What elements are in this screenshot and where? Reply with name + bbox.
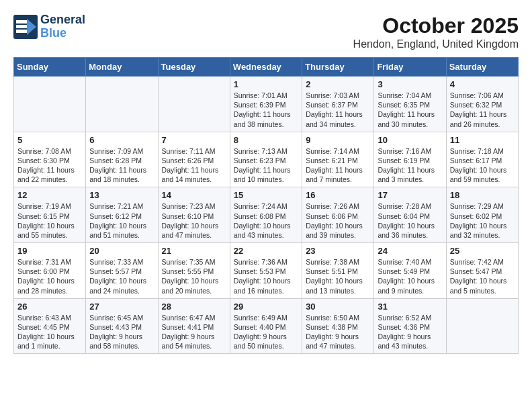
day-info: Sunrise: 7:14 AM Sunset: 6:21 PM Dayligh… bbox=[306, 146, 370, 185]
calendar-cell: 17Sunrise: 7:28 AM Sunset: 6:04 PM Dayli… bbox=[374, 187, 446, 243]
logo-general: General bbox=[40, 13, 85, 27]
weekday-header-row: SundayMondayTuesdayWednesdayThursdayFrid… bbox=[14, 58, 519, 77]
day-number: 24 bbox=[378, 246, 442, 256]
day-number: 14 bbox=[162, 190, 226, 200]
svg-rect-3 bbox=[16, 25, 27, 28]
day-info: Sunrise: 7:11 AM Sunset: 6:26 PM Dayligh… bbox=[162, 146, 226, 185]
calendar-cell: 29Sunrise: 6:49 AM Sunset: 4:40 PM Dayli… bbox=[230, 298, 302, 354]
calendar-cell: 31Sunrise: 6:52 AM Sunset: 4:36 PM Dayli… bbox=[374, 298, 446, 354]
weekday-header: Monday bbox=[86, 58, 158, 77]
logo: General Blue bbox=[13, 13, 85, 40]
day-number: 25 bbox=[450, 246, 515, 256]
calendar-table: SundayMondayTuesdayWednesdayThursdayFrid… bbox=[13, 57, 519, 354]
day-number: 2 bbox=[306, 79, 370, 89]
day-info: Sunrise: 7:04 AM Sunset: 6:35 PM Dayligh… bbox=[378, 91, 442, 129]
calendar-cell: 23Sunrise: 7:38 AM Sunset: 5:51 PM Dayli… bbox=[302, 243, 374, 299]
calendar-cell: 25Sunrise: 7:42 AM Sunset: 5:47 PM Dayli… bbox=[446, 243, 518, 299]
day-info: Sunrise: 7:35 AM Sunset: 5:55 PM Dayligh… bbox=[162, 257, 226, 295]
calendar-cell: 8Sunrise: 7:13 AM Sunset: 6:23 PM Daylig… bbox=[230, 132, 302, 187]
weekday-header: Friday bbox=[374, 58, 446, 77]
day-info: Sunrise: 7:36 AM Sunset: 5:53 PM Dayligh… bbox=[234, 257, 298, 295]
day-info: Sunrise: 7:09 AM Sunset: 6:28 PM Dayligh… bbox=[89, 146, 154, 185]
day-info: Sunrise: 6:47 AM Sunset: 4:41 PM Dayligh… bbox=[162, 313, 226, 351]
day-info: Sunrise: 7:28 AM Sunset: 6:04 PM Dayligh… bbox=[378, 201, 442, 240]
day-info: Sunrise: 7:26 AM Sunset: 6:06 PM Dayligh… bbox=[306, 201, 370, 240]
calendar-cell: 10Sunrise: 7:16 AM Sunset: 6:19 PM Dayli… bbox=[374, 132, 446, 187]
weekday-header: Sunday bbox=[14, 58, 86, 77]
day-number: 20 bbox=[89, 246, 154, 256]
weekday-header: Saturday bbox=[446, 58, 518, 77]
day-number: 8 bbox=[234, 135, 298, 145]
calendar-cell bbox=[14, 77, 86, 132]
day-number: 9 bbox=[306, 135, 370, 145]
day-info: Sunrise: 7:31 AM Sunset: 6:00 PM Dayligh… bbox=[17, 257, 82, 295]
weekday-header: Thursday bbox=[302, 58, 374, 77]
title-block: October 2025 Hendon, England, United Kin… bbox=[353, 13, 519, 50]
day-number: 29 bbox=[234, 302, 298, 312]
weekday-header: Tuesday bbox=[158, 58, 230, 77]
day-number: 16 bbox=[306, 190, 370, 200]
day-number: 17 bbox=[378, 190, 442, 200]
day-number: 15 bbox=[234, 190, 298, 200]
calendar-cell: 1Sunrise: 7:01 AM Sunset: 6:39 PM Daylig… bbox=[230, 77, 302, 132]
logo-blue: Blue bbox=[40, 27, 85, 40]
calendar-week-row: 19Sunrise: 7:31 AM Sunset: 6:00 PM Dayli… bbox=[14, 243, 519, 299]
day-info: Sunrise: 7:03 AM Sunset: 6:37 PM Dayligh… bbox=[306, 91, 370, 129]
calendar-cell: 22Sunrise: 7:36 AM Sunset: 5:53 PM Dayli… bbox=[230, 243, 302, 299]
day-number: 10 bbox=[378, 135, 442, 145]
calendar-week-row: 1Sunrise: 7:01 AM Sunset: 6:39 PM Daylig… bbox=[14, 77, 519, 132]
calendar-cell: 12Sunrise: 7:19 AM Sunset: 6:15 PM Dayli… bbox=[14, 187, 86, 243]
day-info: Sunrise: 7:42 AM Sunset: 5:47 PM Dayligh… bbox=[450, 257, 515, 295]
day-info: Sunrise: 6:45 AM Sunset: 4:43 PM Dayligh… bbox=[89, 313, 154, 351]
calendar-cell: 6Sunrise: 7:09 AM Sunset: 6:28 PM Daylig… bbox=[86, 132, 158, 187]
calendar-cell: 3Sunrise: 7:04 AM Sunset: 6:35 PM Daylig… bbox=[374, 77, 446, 132]
day-info: Sunrise: 7:01 AM Sunset: 6:39 PM Dayligh… bbox=[234, 91, 298, 129]
day-number: 19 bbox=[17, 246, 82, 256]
svg-rect-4 bbox=[16, 30, 27, 33]
day-info: Sunrise: 7:08 AM Sunset: 6:30 PM Dayligh… bbox=[17, 146, 82, 185]
day-number: 12 bbox=[17, 190, 82, 200]
day-info: Sunrise: 7:33 AM Sunset: 5:57 PM Dayligh… bbox=[89, 257, 154, 295]
calendar-cell: 7Sunrise: 7:11 AM Sunset: 6:26 PM Daylig… bbox=[158, 132, 230, 187]
calendar-cell: 2Sunrise: 7:03 AM Sunset: 6:37 PM Daylig… bbox=[302, 77, 374, 132]
location: Hendon, England, United Kingdom bbox=[353, 38, 519, 50]
day-info: Sunrise: 7:18 AM Sunset: 6:17 PM Dayligh… bbox=[450, 146, 515, 185]
day-info: Sunrise: 7:21 AM Sunset: 6:12 PM Dayligh… bbox=[89, 201, 154, 240]
day-number: 4 bbox=[450, 79, 515, 89]
day-number: 5 bbox=[17, 135, 82, 145]
day-number: 13 bbox=[89, 190, 154, 200]
svg-rect-2 bbox=[16, 20, 27, 24]
calendar-cell: 16Sunrise: 7:26 AM Sunset: 6:06 PM Dayli… bbox=[302, 187, 374, 243]
calendar-cell bbox=[158, 77, 230, 132]
day-number: 7 bbox=[162, 135, 226, 145]
logo-icon bbox=[13, 15, 38, 39]
calendar-cell: 15Sunrise: 7:24 AM Sunset: 6:08 PM Dayli… bbox=[230, 187, 302, 243]
day-info: Sunrise: 7:38 AM Sunset: 5:51 PM Dayligh… bbox=[306, 257, 370, 295]
calendar-cell: 24Sunrise: 7:40 AM Sunset: 5:49 PM Dayli… bbox=[374, 243, 446, 299]
day-info: Sunrise: 7:16 AM Sunset: 6:19 PM Dayligh… bbox=[378, 146, 442, 185]
calendar-cell: 5Sunrise: 7:08 AM Sunset: 6:30 PM Daylig… bbox=[14, 132, 86, 187]
calendar-cell: 9Sunrise: 7:14 AM Sunset: 6:21 PM Daylig… bbox=[302, 132, 374, 187]
day-number: 11 bbox=[450, 135, 515, 145]
calendar-cell: 11Sunrise: 7:18 AM Sunset: 6:17 PM Dayli… bbox=[446, 132, 518, 187]
calendar-cell: 18Sunrise: 7:29 AM Sunset: 6:02 PM Dayli… bbox=[446, 187, 518, 243]
day-number: 21 bbox=[162, 246, 226, 256]
day-number: 31 bbox=[378, 302, 442, 312]
calendar-cell: 21Sunrise: 7:35 AM Sunset: 5:55 PM Dayli… bbox=[158, 243, 230, 299]
day-number: 28 bbox=[162, 302, 226, 312]
day-info: Sunrise: 6:52 AM Sunset: 4:36 PM Dayligh… bbox=[378, 313, 442, 351]
calendar-cell: 14Sunrise: 7:23 AM Sunset: 6:10 PM Dayli… bbox=[158, 187, 230, 243]
day-info: Sunrise: 7:23 AM Sunset: 6:10 PM Dayligh… bbox=[162, 201, 226, 240]
day-number: 3 bbox=[378, 79, 442, 89]
day-number: 18 bbox=[450, 190, 515, 200]
day-number: 1 bbox=[234, 79, 298, 89]
day-number: 6 bbox=[89, 135, 154, 145]
calendar-cell bbox=[446, 298, 518, 354]
day-info: Sunrise: 6:43 AM Sunset: 4:45 PM Dayligh… bbox=[17, 313, 82, 351]
calendar-cell: 20Sunrise: 7:33 AM Sunset: 5:57 PM Dayli… bbox=[86, 243, 158, 299]
calendar-week-row: 5Sunrise: 7:08 AM Sunset: 6:30 PM Daylig… bbox=[14, 132, 519, 187]
day-info: Sunrise: 7:13 AM Sunset: 6:23 PM Dayligh… bbox=[234, 146, 298, 185]
calendar-week-row: 12Sunrise: 7:19 AM Sunset: 6:15 PM Dayli… bbox=[14, 187, 519, 243]
weekday-header: Wednesday bbox=[230, 58, 302, 77]
day-info: Sunrise: 7:06 AM Sunset: 6:32 PM Dayligh… bbox=[450, 91, 515, 129]
